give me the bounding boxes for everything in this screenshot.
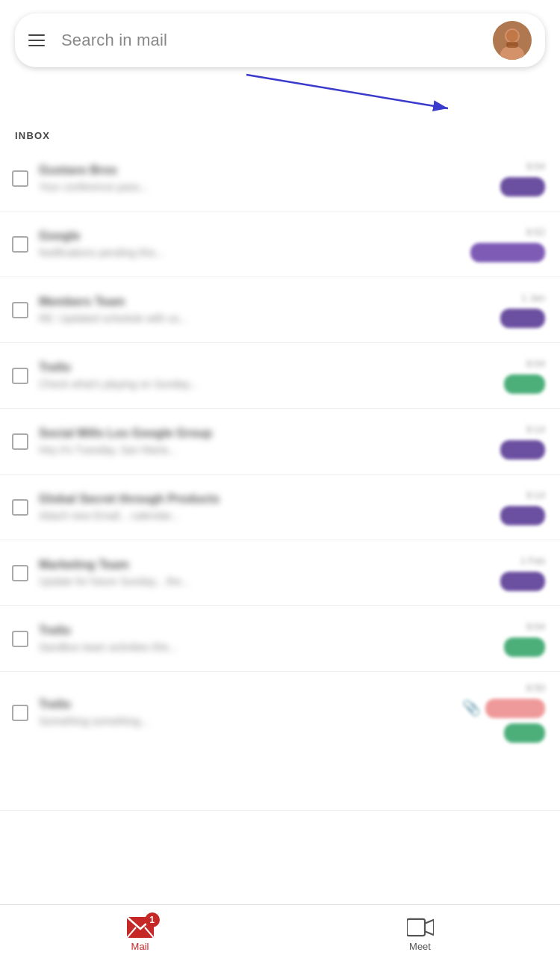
email-checkbox[interactable] <box>12 705 28 721</box>
mail-badge-count: 1 <box>145 912 160 927</box>
avatar[interactable] <box>493 21 532 60</box>
email-badge <box>500 506 545 525</box>
svg-line-6 <box>246 75 448 108</box>
bottom-nav: 1 Mail Meet <box>0 904 560 964</box>
email-preview: Attach new Email... calendar... <box>39 510 493 522</box>
email-badge <box>485 699 545 718</box>
email-sender: Trello <box>39 361 497 374</box>
email-time: 9:04 <box>526 161 545 172</box>
email-checkbox[interactable] <box>12 368 28 384</box>
email-sender: Global Secret through Products <box>39 492 493 506</box>
mail-nav-label: Mail <box>131 941 149 952</box>
list-item: Google Notifications pending this... 8:5… <box>0 211 560 277</box>
list-item: Gustavo Bros Your conference pass... 9:0… <box>0 146 560 211</box>
nav-item-mail[interactable]: 1 Mail <box>0 905 280 964</box>
svg-rect-10 <box>407 919 425 936</box>
email-preview: Sandbox team activities this... <box>39 641 497 653</box>
email-badge <box>500 177 545 197</box>
email-time: 8:52 <box>526 226 545 238</box>
email-badge <box>500 572 545 591</box>
email-sender: Google <box>39 229 463 243</box>
email-sender: Trello <box>39 698 455 711</box>
search-placeholder[interactable]: Search in mail <box>61 31 493 50</box>
email-sender: Marketing Team <box>39 558 493 572</box>
email-time: 9:14 <box>526 424 545 435</box>
email-badge <box>500 440 545 460</box>
email-sender: Trello <box>39 624 497 637</box>
email-time: 9:04 <box>526 621 545 632</box>
email-preview: Notifications pending this... <box>39 247 463 259</box>
email-badge <box>500 309 545 328</box>
search-bar[interactable]: Search in mail <box>15 13 545 67</box>
email-sender: Social Mills Los Google Group <box>39 427 493 440</box>
mail-nav-icon-wrap: 1 <box>127 917 154 938</box>
email-badge <box>504 723 545 743</box>
hamburger-menu-button[interactable] <box>28 34 45 46</box>
arrow-annotation <box>15 67 545 127</box>
email-checkbox[interactable] <box>12 302 28 318</box>
meet-icon <box>407 917 434 938</box>
email-preview: Update for future Sunday... the... <box>39 575 493 587</box>
list-item: Marketing Team Update for future Sunday.… <box>0 540 560 606</box>
email-preview: Hey it's Tuesday, San Maria... <box>39 444 493 456</box>
email-sender: Gustavo Bros <box>39 164 493 177</box>
email-preview: RE: Updated schedule with us... <box>39 312 493 324</box>
list-item: Global Secret through Products Attach ne… <box>0 475 560 540</box>
email-checkbox[interactable] <box>12 565 28 581</box>
email-time: 8:04 <box>526 358 545 369</box>
email-checkbox[interactable] <box>12 170 28 187</box>
email-list: Gustavo Bros Your conference pass... 9:0… <box>0 146 560 811</box>
svg-rect-4 <box>506 42 518 48</box>
email-checkbox[interactable] <box>12 499 28 516</box>
email-preview: Check what's playing on Sunday... <box>39 378 497 390</box>
email-checkbox[interactable] <box>12 236 28 253</box>
email-checkbox[interactable] <box>12 631 28 647</box>
list-item: Members Team RE: Updated schedule with u… <box>0 277 560 343</box>
email-badge <box>470 243 545 262</box>
nav-item-meet[interactable]: Meet <box>280 905 560 964</box>
list-item: Trello Check what's playing on Sunday...… <box>0 343 560 409</box>
email-preview: Your conference pass... <box>39 181 493 193</box>
meet-nav-label: Meet <box>409 941 431 952</box>
email-badge <box>504 637 545 657</box>
list-item: Social Mills Los Google Group Hey it's T… <box>0 409 560 475</box>
email-time: 8:50 <box>526 682 545 693</box>
svg-point-3 <box>506 30 518 42</box>
email-time: 1 Jan <box>521 292 545 303</box>
inbox-label: INBOX <box>15 130 545 141</box>
list-item: Trello Sandbox team activities this... 9… <box>0 606 560 672</box>
email-badge <box>504 374 545 394</box>
meet-nav-icon-wrap <box>407 917 434 938</box>
svg-marker-11 <box>425 920 434 936</box>
attachment-icon: 📎 <box>462 699 481 717</box>
email-checkbox[interactable] <box>12 433 28 450</box>
email-preview: Something something... <box>39 715 455 727</box>
list-item: Trello Something something... 8:50 📎 <box>0 672 560 811</box>
email-time: 9:14 <box>526 489 545 501</box>
email-time: 1 Feb <box>520 555 545 566</box>
email-sender: Members Team <box>39 295 493 309</box>
